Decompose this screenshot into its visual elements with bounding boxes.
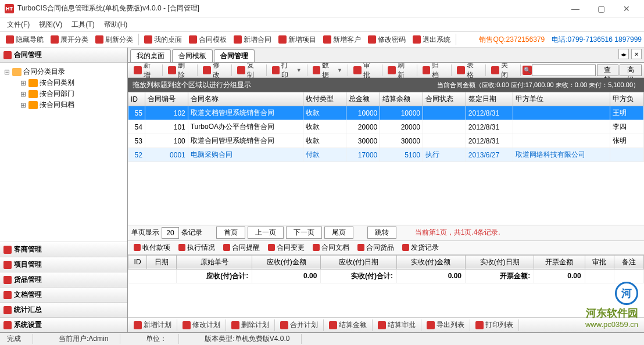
subtab-发货记录[interactable]: 发货记录: [399, 243, 442, 253]
tree-node-按合同归档[interactable]: ⊞按合同归档: [3, 99, 124, 110]
plan-打印列表[interactable]: 打印列表: [472, 318, 517, 332]
tb-新增合同[interactable]: 新增合同: [230, 33, 275, 46]
plan-合并计划[interactable]: 合并计划: [277, 318, 321, 332]
gridtb-表格[interactable]: 表格: [453, 63, 484, 77]
plan-结算审批[interactable]: 结算审批: [374, 318, 419, 332]
gridtb-打印[interactable]: 打印▼: [269, 63, 305, 77]
group-by-area[interactable]: 拖放列标题到这个区域以进行分组显示 当前合同金额（应收:0.00 应付:17,0…: [128, 78, 644, 92]
plan-修改计划[interactable]: 修改计划: [179, 318, 224, 332]
minimize-button[interactable]: —: [563, 1, 588, 17]
subtab-合同文档[interactable]: 合同文档: [309, 243, 353, 253]
col-收付类型[interactable]: 收付类型: [303, 92, 346, 106]
tb-新增项目[interactable]: 新增项目: [275, 33, 320, 46]
prev-page-button[interactable]: 上一页: [248, 227, 284, 239]
subcol-审批[interactable]: 审批: [585, 255, 614, 269]
gridtb-关闭[interactable]: 关闭: [488, 63, 518, 77]
col-合同状态[interactable]: 合同状态: [423, 92, 466, 106]
subtab-合同变更[interactable]: 合同变更: [264, 243, 308, 253]
subtab-合同货品[interactable]: 合同货品: [354, 243, 398, 253]
subcol-日期[interactable]: 日期: [147, 255, 177, 269]
gridtb-数据[interactable]: 数据▼: [309, 63, 346, 77]
tel-link[interactable]: 电话:0799-7136516 1897999: [552, 35, 642, 45]
gridtb-新增[interactable]: 新增: [130, 63, 160, 77]
tab-合同管理[interactable]: 合同管理: [214, 49, 255, 62]
search-button[interactable]: 查找: [597, 64, 619, 76]
menu-工具(T)[interactable]: 工具(T): [67, 20, 99, 30]
next-page-button[interactable]: 下一页: [286, 227, 322, 239]
first-page-button[interactable]: 首页: [216, 227, 245, 239]
menu-文件(F)[interactable]: 文件(F): [2, 20, 34, 30]
subtab-合同提醒[interactable]: 合同提醒: [220, 243, 263, 253]
col-总金额[interactable]: 总金额: [346, 92, 380, 106]
subcol-开票金额[interactable]: 开票金额: [534, 255, 585, 269]
tb-退出系统[interactable]: 退出系统: [409, 33, 454, 46]
tb-隐藏导航[interactable]: 隐藏导航: [2, 33, 47, 46]
last-page-button[interactable]: 尾页: [324, 227, 353, 239]
nav-系统设置[interactable]: 系统设置: [0, 317, 127, 332]
subcol-应收(付)金额[interactable]: 应收(付)金额: [252, 255, 321, 269]
tb-展开分类[interactable]: 展开分类: [47, 33, 92, 46]
subcol-实收(付)日期[interactable]: 实收(付)日期: [466, 255, 534, 269]
tab-合同模板[interactable]: 合同模板: [172, 49, 213, 62]
plan-新增计划[interactable]: 新增计划: [130, 318, 175, 332]
nav-文档管理[interactable]: 文档管理: [0, 287, 127, 302]
gridtb-审批[interactable]: 审批: [350, 63, 380, 77]
tree-root[interactable]: ⊟ 合同分类目录: [3, 66, 124, 77]
nav-货品管理[interactable]: 货品管理: [0, 272, 127, 287]
tb-刷新分类[interactable]: 刷新分类: [92, 33, 137, 46]
col-ID[interactable]: ID: [128, 92, 145, 106]
maximize-button[interactable]: ▢: [588, 1, 614, 17]
subcol-应收(付)日期[interactable]: 应收(付)日期: [321, 255, 396, 269]
col-甲方单位[interactable]: 甲方单位: [513, 92, 610, 106]
contracts-grid[interactable]: ID合同编号合同名称收付类型总金额结算余额合同状态签定日期甲方单位甲方负 551…: [128, 92, 644, 162]
menu-视图(V)[interactable]: 视图(V): [34, 20, 67, 30]
table-row[interactable]: 54101TurboOA办公平台销售合同收款20000200002012/8/3…: [128, 120, 644, 134]
subcol-ID[interactable]: ID: [128, 255, 147, 269]
search-input[interactable]: [532, 64, 596, 76]
tab-close[interactable]: ✕: [631, 49, 642, 59]
plan-删除计划[interactable]: 删除计划: [228, 318, 273, 332]
expand-icon[interactable]: ⊞: [20, 90, 27, 98]
col-甲方负[interactable]: 甲方负: [610, 92, 643, 106]
plan-导出列表[interactable]: 导出列表: [423, 318, 468, 332]
payments-grid[interactable]: ID日期原始单号应收(付)金额应收(付)日期实收(付)金额实收(付)日期开票金额…: [128, 255, 644, 318]
nav-项目管理[interactable]: 项目管理: [0, 257, 127, 272]
gridtb-修改[interactable]: 修改: [199, 63, 230, 77]
subtab-收付款项[interactable]: 收付款项: [130, 243, 174, 253]
tb-我的桌面[interactable]: 我的桌面: [141, 33, 185, 46]
subcol-原始单号[interactable]: 原始单号: [176, 255, 252, 269]
tree-node-按合同类别[interactable]: ⊞按合同类别: [3, 77, 124, 88]
gridtb-复制[interactable]: 复制: [234, 63, 264, 77]
page-size-input[interactable]: [162, 227, 179, 239]
plan-结算金额[interactable]: 结算金额: [325, 318, 370, 332]
close-button[interactable]: ✕: [614, 1, 639, 17]
nav-统计汇总[interactable]: 统计汇总: [0, 302, 127, 317]
tab-我的桌面[interactable]: 我的桌面: [130, 49, 171, 62]
expand-icon[interactable]: ⊞: [20, 101, 27, 109]
subtab-执行情况[interactable]: 执行情况: [175, 243, 219, 253]
col-合同编号[interactable]: 合同编号: [145, 92, 188, 106]
tb-新增客户[interactable]: 新增客户: [320, 33, 364, 46]
nav-客商管理[interactable]: 客商管理: [0, 242, 127, 257]
table-row[interactable]: 55102取道文档管理系统销售合同收款10000100002012/8/31王明: [128, 106, 644, 120]
collapse-icon[interactable]: ⊟: [3, 68, 10, 76]
gridtb-归档[interactable]: 归档: [419, 63, 449, 77]
col-结算余额[interactable]: 结算余额: [380, 92, 423, 106]
advanced-button[interactable]: 高级: [620, 64, 642, 76]
tab-scroll-left[interactable]: ◂▸: [618, 49, 629, 59]
gridtb-删除[interactable]: 删除: [164, 63, 195, 77]
col-签定日期[interactable]: 签定日期: [466, 92, 513, 106]
subcol-备注[interactable]: 备注: [614, 255, 644, 269]
jump-page-button[interactable]: 跳转: [367, 227, 396, 239]
table-row[interactable]: 53100取道合同管理系统销售合同收款30000300002012/8/31张明: [128, 134, 644, 148]
gridtb-刷新[interactable]: 刷新: [384, 63, 414, 77]
sales-qq-link[interactable]: 销售QQ:2372156379: [479, 35, 545, 45]
menu-帮助(H)[interactable]: 帮助(H): [99, 20, 133, 30]
tb-修改密码[interactable]: 修改密码: [364, 33, 409, 46]
subcol-实收(付)金额[interactable]: 实收(付)金额: [396, 255, 465, 269]
panel-header-contract[interactable]: 合同管理: [0, 48, 127, 63]
tree-node-按合同部门[interactable]: ⊞按合同部门: [3, 88, 124, 99]
table-row[interactable]: 520001电脑采购合同付款170005100执行2013/6/27取道网络科技…: [128, 148, 644, 162]
col-合同名称[interactable]: 合同名称: [188, 92, 303, 106]
expand-icon[interactable]: ⊞: [20, 79, 27, 87]
